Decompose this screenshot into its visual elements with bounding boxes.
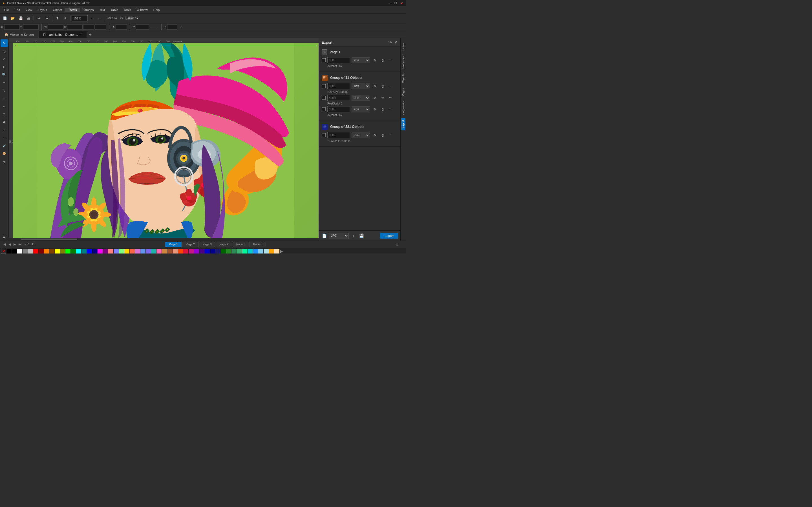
page-tab-1[interactable]: Page 1 <box>165 242 182 247</box>
palette-swatch-36[interactable] <box>205 249 210 253</box>
text-tool[interactable]: A <box>1 118 8 126</box>
palette-swatch-45[interactable] <box>253 249 258 253</box>
zoom-out[interactable]: − <box>96 15 103 22</box>
canvas[interactable] <box>13 43 319 238</box>
palette-swatch-2[interactable] <box>22 249 28 253</box>
palette-swatch-46[interactable] <box>258 249 263 253</box>
minimize-button[interactable]: ─ <box>388 1 391 5</box>
tab-learn[interactable]: Learn <box>401 41 405 53</box>
page-tab-5[interactable]: Page 5 <box>233 242 249 247</box>
palette-swatch-33[interactable] <box>189 249 194 253</box>
group11-format-1[interactable]: EPSPDFJPGPNGSVG <box>352 95 370 101</box>
palette-swatch-22[interactable] <box>130 249 135 253</box>
page-play-button[interactable]: ▶ <box>13 242 17 246</box>
palette-swatch-23[interactable] <box>135 249 140 253</box>
redo-button[interactable]: ↪ <box>43 15 50 22</box>
page-next-button[interactable]: ▶| <box>18 242 22 246</box>
palette-swatch-15[interactable] <box>92 249 97 253</box>
menu-object[interactable]: Object <box>50 8 64 12</box>
horizontal-scrollbar[interactable] <box>8 238 319 240</box>
palette-swatch-10[interactable] <box>65 249 70 253</box>
palette-swatch-12[interactable] <box>76 249 81 253</box>
group281-check-0[interactable] <box>322 133 326 137</box>
palette-swatch-47[interactable] <box>264 249 269 253</box>
launch-button[interactable]: Launch ▾ <box>128 15 136 22</box>
interactive-fill[interactable]: ◈ <box>1 158 8 165</box>
group11-format-2[interactable]: PDFJPGPNGEPSSVG <box>352 106 370 112</box>
polygon-tool[interactable]: ⬡ <box>1 110 8 118</box>
menu-view[interactable]: View <box>23 8 35 12</box>
group11-suffix-0[interactable] <box>327 83 350 89</box>
page-tab-3[interactable]: Page 3 <box>199 242 215 247</box>
print-button[interactable]: 🖨 <box>25 15 32 22</box>
angle-input[interactable]: 0.0 <box>116 24 127 30</box>
group281-format-0[interactable]: SVGPDFJPGPNGEPS <box>352 132 370 138</box>
group281-settings-0[interactable]: ⚙ <box>371 132 378 138</box>
export-button[interactable]: ⬇ <box>61 15 69 22</box>
x-input[interactable]: 298.535 mm <box>4 24 20 30</box>
export-run-button[interactable]: Export <box>380 233 398 238</box>
page-tab-6[interactable]: Page 6 <box>250 242 266 247</box>
rectangle-tool[interactable]: ▭ <box>1 95 8 102</box>
expand-panel-button[interactable]: ≫ <box>388 40 393 45</box>
tab-properties[interactable]: Properties <box>401 54 405 71</box>
palette-swatch-5[interactable] <box>39 249 44 253</box>
menu-table[interactable]: Table <box>108 8 121 12</box>
zoom-in[interactable]: + <box>88 15 96 22</box>
palette-swatch-44[interactable] <box>248 249 253 253</box>
palette-swatch-8[interactable] <box>55 249 60 253</box>
palette-swatch-11[interactable] <box>71 249 76 253</box>
tab-pages[interactable]: Pages <box>401 86 405 98</box>
select-tool[interactable]: ↖ <box>1 40 8 47</box>
w2-input[interactable]: 100.0 <box>83 24 94 30</box>
zoom-input[interactable]: 151% <box>72 15 88 21</box>
page1-suffix-0[interactable] <box>327 57 350 63</box>
menu-tools[interactable]: Tools <box>121 8 134 12</box>
palette-swatch-24[interactable] <box>140 249 146 253</box>
tab-comments[interactable]: Comments <box>401 99 405 117</box>
palette-swatch-48[interactable] <box>269 249 274 253</box>
add-tab-button[interactable]: + <box>87 31 94 38</box>
palette-swatch-19[interactable] <box>114 249 119 253</box>
black-swatch[interactable] <box>6 249 11 253</box>
close-button[interactable]: ✕ <box>400 1 404 5</box>
palette-swatch-17[interactable] <box>103 249 108 253</box>
group11-more-1[interactable]: ⋯ <box>388 95 394 101</box>
group281-delete-0[interactable]: 🗑 <box>379 132 386 138</box>
group11-more-0[interactable]: ⋯ <box>388 83 394 89</box>
close-panel-button[interactable]: ✕ <box>394 40 398 45</box>
page1-check-0[interactable] <box>322 58 326 62</box>
palette-arrow[interactable]: ▶ <box>280 249 283 253</box>
y-input[interactable]: 205.655 mm <box>23 24 39 30</box>
palette-swatch-30[interactable] <box>172 249 177 253</box>
palette-swatch-42[interactable] <box>237 249 242 253</box>
h-input[interactable]: 0.0 mm <box>67 24 83 30</box>
w-input[interactable]: 0.0 mm <box>48 24 63 30</box>
palette-swatch-29[interactable] <box>167 249 172 253</box>
group11-delete-0[interactable]: 🗑 <box>379 83 386 89</box>
tab-objects[interactable]: Objects <box>401 71 405 86</box>
palette-swatch-20[interactable] <box>119 249 124 253</box>
ellipse-tool[interactable]: ○ <box>1 103 8 110</box>
palette-swatch-37[interactable] <box>210 249 215 253</box>
palette-swatch-25[interactable] <box>146 249 151 253</box>
group281-suffix-0[interactable] <box>327 132 350 138</box>
settings-tool[interactable]: ⚙ <box>1 233 8 240</box>
connector-tool[interactable]: ⟋ <box>1 126 8 133</box>
palette-swatch-3[interactable] <box>28 249 33 253</box>
hscroll-thumb[interactable] <box>21 238 77 240</box>
palette-swatch-18[interactable] <box>108 249 113 253</box>
page1-format-0[interactable]: PDFJPGPNGEPSSVG <box>352 57 370 63</box>
tab-close-button[interactable]: ✕ <box>80 33 82 36</box>
menu-file[interactable]: File <box>1 8 12 12</box>
palette-swatch-43[interactable] <box>242 249 247 253</box>
palette-swatch-16[interactable] <box>98 249 103 253</box>
group11-more-2[interactable]: ⋯ <box>388 106 394 112</box>
group11-check-0[interactable] <box>322 84 326 88</box>
snap-settings[interactable]: ⚙ <box>118 15 125 22</box>
save-button[interactable]: 💾 <box>17 15 24 22</box>
line-input[interactable]: 3.0 px <box>136 24 149 30</box>
palette-swatch-13[interactable] <box>82 249 87 253</box>
freehand-select-tool[interactable]: ⬚ <box>1 47 8 55</box>
palette-swatch-9[interactable] <box>60 249 65 253</box>
